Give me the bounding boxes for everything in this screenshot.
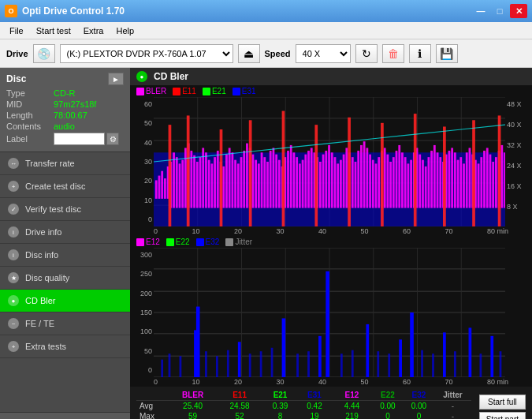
stats-section: BLER E11 E21 E31 E12 E22 E32 Jitter Avg	[130, 387, 532, 419]
svg-rect-41	[231, 152, 233, 208]
svg-rect-30	[199, 157, 202, 208]
svg-rect-117	[454, 152, 456, 208]
legend-bler: BLER	[136, 87, 166, 95]
max-e32: 0	[404, 411, 434, 419]
start-part-button[interactable]: Start part	[479, 412, 526, 419]
svg-rect-68	[311, 148, 313, 208]
svg-rect-54	[270, 151, 272, 208]
col-e21: E21	[263, 390, 297, 401]
title-bar-left: O Opti Drive Control 1.70	[5, 5, 125, 17]
max-e21: 8	[263, 411, 297, 419]
svg-rect-50	[258, 163, 260, 208]
disc-contents-row: Contents audio	[6, 122, 124, 131]
avg-e11: 24.58	[216, 401, 262, 412]
legend-bler-dot	[136, 88, 144, 95]
disc-expand-btn[interactable]: ►	[108, 73, 124, 85]
svg-rect-166	[326, 271, 329, 377]
main-layout: Disc ► Type CD-R MID 97m27s18f Length 78…	[0, 68, 532, 419]
close-button[interactable]: ✕	[510, 4, 527, 18]
svg-rect-173	[161, 360, 163, 377]
legend-bler-label: BLER	[146, 87, 166, 95]
avg-e12: 4.44	[332, 401, 372, 412]
menu-extra[interactable]: Extra	[77, 24, 110, 37]
extra-tests-icon: +	[8, 341, 19, 352]
sidebar-item-verify-test-disc[interactable]: ✓ Verify test disc	[0, 198, 130, 221]
title-bar: O Opti Drive Control 1.70 — □ ✕	[0, 0, 532, 22]
menu-start-test[interactable]: Start test	[30, 24, 77, 37]
info-button[interactable]: ℹ	[409, 44, 431, 63]
svg-rect-112	[439, 157, 441, 208]
sidebar-item-create-test-disc[interactable]: + Create test disc	[0, 175, 130, 198]
max-label: Max	[136, 411, 169, 419]
legend-e21: E21	[203, 87, 226, 95]
svg-rect-122	[469, 148, 471, 208]
stats-table: BLER E11 E21 E31 E12 E22 E32 Jitter Avg	[136, 390, 471, 419]
legend-e32-label: E32	[206, 238, 220, 246]
save-button[interactable]: 💾	[436, 44, 458, 63]
verify-test-icon: ✓	[8, 204, 19, 215]
refresh-button[interactable]: ↻	[355, 44, 378, 63]
disc-section: Disc ► Type CD-R MID 97m27s18f Length 78…	[0, 68, 130, 152]
svg-rect-35	[214, 157, 216, 208]
start-full-button[interactable]: Start full	[479, 395, 526, 410]
label-gear-btn[interactable]: ⚙	[106, 133, 119, 145]
sidebar-item-disc-quality[interactable]: ★ Disc quality	[0, 267, 130, 290]
svg-rect-191	[479, 354, 482, 377]
legend-e22: E22	[166, 238, 190, 246]
erase-button[interactable]: 🗑	[382, 44, 404, 63]
svg-rect-45	[243, 151, 245, 208]
sidebar-item-extra-tests[interactable]: + Extra tests	[0, 335, 130, 358]
sidebar-item-transfer-rate[interactable]: ↔ Transfer rate	[0, 152, 130, 175]
svg-rect-164	[282, 318, 286, 377]
app-title: Opti Drive Control 1.70	[22, 6, 125, 17]
col-e31: E31	[297, 390, 331, 401]
eject-button[interactable]: ⏏	[238, 44, 260, 63]
legend-e32-dot	[196, 238, 204, 246]
svg-rect-27	[190, 151, 192, 208]
chart-header: ● CD Bler	[130, 68, 532, 85]
maximize-button[interactable]: □	[491, 4, 508, 18]
svg-rect-186	[377, 351, 379, 377]
svg-rect-102	[410, 160, 412, 208]
disc-info-icon: i	[8, 249, 19, 260]
svg-rect-182	[296, 354, 299, 377]
svg-rect-136	[187, 115, 190, 226]
drive-info-icon: i	[8, 226, 19, 238]
speed-select[interactable]: 40 X	[296, 44, 351, 63]
svg-rect-21	[173, 152, 175, 208]
svg-rect-99	[401, 152, 404, 208]
svg-rect-74	[328, 145, 330, 208]
svg-rect-141	[348, 118, 351, 226]
sidebar-item-drive-info[interactable]: i Drive info	[0, 221, 130, 244]
svg-rect-180	[260, 351, 262, 377]
svg-rect-83	[355, 162, 357, 208]
svg-rect-38	[222, 166, 225, 208]
max-e22: 0	[372, 411, 403, 419]
disc-label-input[interactable]	[54, 133, 105, 145]
svg-rect-23	[179, 163, 181, 208]
top-legend: BLER E11 E21 E31	[130, 85, 532, 97]
svg-rect-52	[263, 157, 266, 208]
legend-e31-dot	[233, 88, 240, 95]
status-window-button[interactable]: Status window >>	[0, 412, 130, 419]
sidebar-item-label: Disc info	[25, 250, 58, 260]
stats-max-row: Max 59 52 8 19 219 0 0 -	[136, 411, 471, 419]
drive-icon-btn[interactable]: 💿	[33, 44, 55, 63]
svg-rect-138	[249, 120, 252, 226]
top-chart-main	[154, 97, 505, 226]
sidebar-item-fe-te[interactable]: ~ FE / TE	[0, 312, 130, 335]
sidebar-item-disc-info[interactable]: i Disc info	[0, 244, 130, 267]
svg-rect-29	[196, 162, 199, 208]
drive-select[interactable]: (K:) PLEXTOR DVDR PX-760A 1.07	[60, 44, 233, 63]
sidebar-item-cd-bler[interactable]: ● CD Bler	[0, 290, 130, 312]
menu-help[interactable]: Help	[110, 24, 140, 37]
chart-title-icon: ●	[136, 71, 147, 82]
legend-e32: E32	[196, 238, 220, 246]
menu-file[interactable]: File	[3, 24, 30, 37]
top-chart-container: 60 50 40 30 20 10 0	[130, 97, 532, 226]
svg-rect-18	[164, 178, 166, 199]
disc-mid-row: MID 97m27s18f	[6, 99, 124, 109]
svg-rect-43	[237, 163, 240, 208]
svg-rect-135	[169, 125, 172, 226]
minimize-button[interactable]: —	[472, 4, 489, 18]
